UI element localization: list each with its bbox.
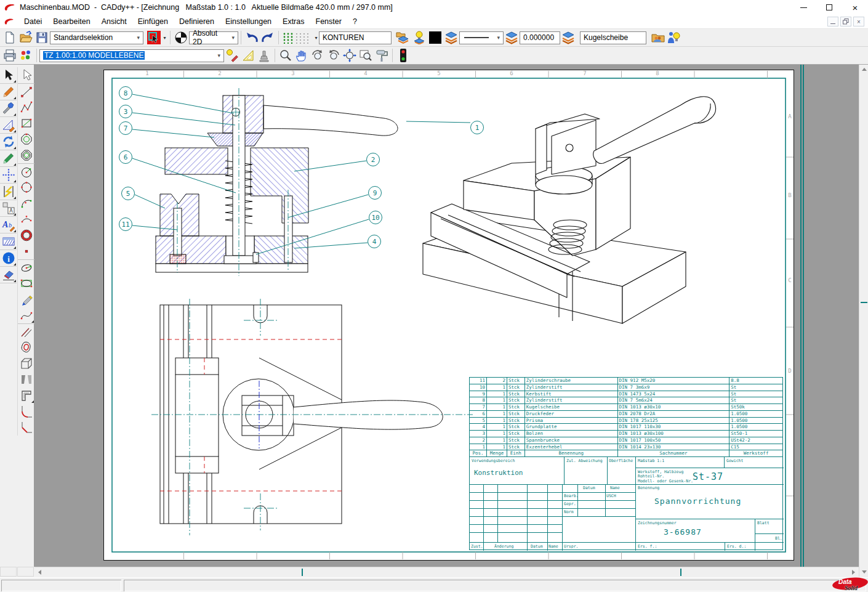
zoom-button[interactable] [278, 47, 294, 63]
menu-extras[interactable]: Extras [277, 16, 310, 27]
tool-mirror[interactable] [18, 371, 34, 387]
close-button[interactable]: × [842, 0, 868, 15]
construction-aid-button[interactable] [240, 47, 256, 63]
tool-offset-contour[interactable] [18, 387, 34, 403]
menu-fenster[interactable]: Fenster [310, 16, 347, 27]
tool-construction-square[interactable] [0, 117, 17, 134]
tool-parallel-lines[interactable] [18, 323, 34, 339]
tool-fillet[interactable] [18, 403, 34, 420]
menu-einstellungen[interactable]: Einstellungen [220, 16, 277, 27]
vertical-scrollbar[interactable] [859, 65, 868, 577]
tool-spline[interactable] [18, 307, 34, 323]
tool-ellipse-box[interactable] [18, 275, 34, 291]
tool-dimension-label[interactable]: A [0, 200, 17, 217]
tool-snap-points[interactable] [0, 167, 17, 184]
scroll-right-arrow[interactable] [852, 570, 855, 575]
layer-linestyle-button[interactable] [504, 30, 520, 46]
grid-points-button[interactable] [281, 30, 313, 46]
menu-definieren[interactable]: Definieren [174, 16, 220, 27]
zoom-window-button[interactable] [358, 47, 374, 63]
window-titlebar[interactable]: Maschinenbau.MOD - CADdy++ - [Zeichnung … [0, 0, 868, 15]
print-button[interactable] [2, 47, 18, 63]
drawing-canvas[interactable]: 1 2 3 4 5 6 7 8 A B C D 8 3 7 6 5 11 1 2… [34, 65, 859, 567]
tool-measure-flash[interactable] [0, 184, 17, 200]
mdi-minimize-button[interactable] [827, 17, 838, 26]
tool-freehand[interactable] [18, 291, 34, 307]
mdi-restore-button[interactable] [840, 17, 851, 26]
line-style-dropdown[interactable]: ▾ [459, 31, 504, 44]
tool-ring[interactable] [18, 227, 34, 243]
tool-info[interactable]: i [0, 250, 17, 267]
tool-arc-start[interactable] [18, 195, 34, 211]
tool-chamfer[interactable] [18, 420, 34, 436]
tool-rectangle[interactable] [18, 115, 34, 131]
tool-polygon-double[interactable] [18, 147, 34, 163]
coordinate-mode-dropdown[interactable]: Absolut 2D▾ [189, 31, 238, 44]
tool-eraser[interactable] [0, 267, 17, 283]
tool-polygon[interactable] [18, 131, 34, 147]
open-button[interactable] [18, 30, 34, 46]
menu-hilfe[interactable]: ? [347, 16, 363, 27]
tool-line[interactable] [18, 83, 34, 99]
menu-einfuegen[interactable]: Einfügen [132, 16, 174, 27]
scroll-down-arrow[interactable] [862, 570, 867, 574]
maximize-button[interactable] [816, 0, 842, 15]
scroll-up-arrow[interactable] [862, 68, 867, 71]
pan-button[interactable] [294, 47, 310, 63]
menu-ansicht[interactable]: Ansicht [96, 16, 132, 27]
tool-draw-pencil[interactable] [0, 84, 17, 100]
layer-name-field[interactable] [319, 31, 392, 44]
scroll-left-arrow[interactable] [38, 570, 41, 575]
save-button[interactable] [34, 30, 50, 46]
tool-box-3d[interactable] [18, 355, 34, 371]
menubar: Datei Bearbeiten Ansicht Einfügen Defini… [0, 15, 868, 28]
selection-frame-button[interactable] [146, 30, 162, 46]
traffic-light-icon [398, 48, 408, 63]
active-part-field[interactable] [580, 31, 646, 44]
traffic-light-button[interactable] [395, 47, 411, 63]
tool-polyline[interactable] [18, 99, 34, 115]
zoom-extents-button[interactable] [342, 47, 358, 63]
tool-text[interactable]: Ab [0, 217, 17, 233]
mdi-close-button[interactable]: × [853, 17, 864, 26]
line-width-field[interactable] [520, 31, 560, 44]
menu-datei[interactable]: Datei [18, 16, 47, 27]
color-swatch-button[interactable] [427, 30, 443, 46]
origin-button[interactable] [173, 30, 189, 46]
repaint-button[interactable] [374, 47, 390, 63]
tool-hatch[interactable] [0, 233, 17, 250]
tool-select-arrow[interactable] [18, 67, 34, 83]
rotate-left-button[interactable] [310, 47, 326, 63]
color-palette-button[interactable] [18, 47, 34, 63]
minimize-button[interactable] [790, 0, 816, 15]
tool-tools[interactable] [0, 100, 17, 117]
tool-circle-radius[interactable] [18, 163, 34, 179]
new-document-button[interactable] [2, 30, 18, 46]
layer-visibility-button[interactable] [411, 30, 427, 46]
layer-folder-button[interactable] [395, 30, 411, 46]
selection-frame-flyout[interactable]: ▾ [162, 35, 167, 41]
tool-point[interactable] [18, 243, 34, 259]
rotate-right-button[interactable] [326, 47, 342, 63]
layer-color-button[interactable] [443, 30, 459, 46]
tool-arc-points[interactable] [18, 211, 34, 227]
tool-select-cursor[interactable] [0, 67, 17, 84]
tool-transform-rotate[interactable] [0, 134, 17, 150]
layer-width-button[interactable] [560, 30, 576, 46]
group-visibility-button[interactable] [666, 30, 682, 46]
group-folder-button[interactable] [650, 30, 666, 46]
tool-ellipse[interactable] [18, 259, 34, 275]
view-dropdown[interactable]: TZ 1.00:1.00 MODELLEBENE▾ [39, 49, 224, 62]
tool-contour[interactable] [18, 339, 34, 355]
stamp-button[interactable] [256, 47, 272, 63]
grid-points-flyout[interactable]: ▾ [313, 35, 319, 41]
pencil-icon [2, 85, 15, 99]
selection-mode-dropdown[interactable]: Standardselektion▾ [50, 31, 143, 44]
tool-sketch-marker[interactable] [0, 150, 17, 167]
horizontal-scrollbar[interactable] [34, 567, 859, 577]
tool-circle-points[interactable] [18, 179, 34, 195]
redo-button[interactable] [260, 30, 276, 46]
redraw-pen-button[interactable] [224, 47, 240, 63]
menu-bearbeiten[interactable]: Bearbeiten [47, 16, 95, 27]
undo-button[interactable] [244, 30, 260, 46]
